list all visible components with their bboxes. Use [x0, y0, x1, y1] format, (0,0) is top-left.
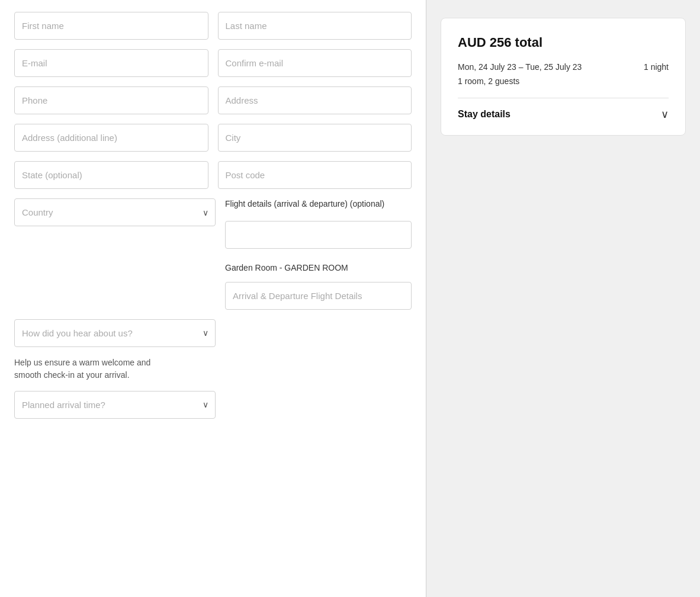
postcode-input[interactable]: [218, 161, 412, 189]
flight-details-input[interactable]: [225, 221, 412, 249]
booking-rooms: 1 room, 2 guests: [458, 76, 669, 86]
garden-room-label: Garden Room - GARDEN ROOM: [225, 263, 412, 272]
how-heard-select[interactable]: How did you hear about us?: [14, 319, 216, 347]
booking-nights: 1 night: [644, 62, 669, 72]
booking-total: AUD 256 total: [458, 35, 669, 50]
country-select[interactable]: Country: [14, 198, 216, 226]
confirm-email-input[interactable]: [218, 49, 412, 77]
booking-divider: [458, 98, 669, 98]
flight-details-label: Flight details (arrival & departure) (op…: [225, 198, 412, 210]
arrival-departure-input[interactable]: [225, 282, 412, 310]
booking-dates-text: Mon, 24 July 23 – Tue, 25 July 23: [458, 62, 582, 72]
phone-input[interactable]: [14, 86, 208, 114]
last-name-input[interactable]: [218, 12, 412, 40]
booking-summary-card: AUD 256 total Mon, 24 July 23 – Tue, 25 …: [441, 18, 686, 136]
stay-details-row[interactable]: Stay details ∨: [458, 108, 669, 121]
help-text: Help us ensure a warm welcome and smooth…: [14, 357, 412, 381]
first-name-input[interactable]: [14, 12, 208, 40]
stay-details-label: Stay details: [458, 109, 510, 120]
email-input[interactable]: [14, 49, 208, 77]
planned-arrival-select[interactable]: Planned arrival time?: [14, 391, 216, 419]
stay-details-chevron-icon: ∨: [661, 108, 669, 121]
address-additional-input[interactable]: [14, 124, 208, 152]
booking-dates-row: Mon, 24 July 23 – Tue, 25 July 23 1 nigh…: [458, 62, 669, 72]
address-input[interactable]: [218, 86, 412, 114]
state-input[interactable]: [14, 161, 208, 189]
city-input[interactable]: [218, 124, 412, 152]
